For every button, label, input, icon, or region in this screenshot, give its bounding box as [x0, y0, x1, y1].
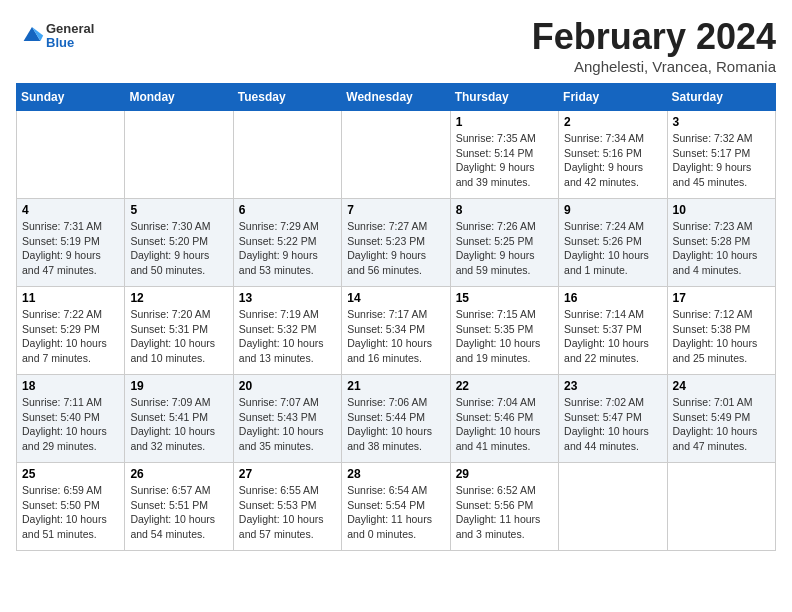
logo: General Blue	[16, 20, 94, 52]
day-number: 12	[130, 291, 227, 305]
calendar-cell: 7Sunrise: 7:27 AM Sunset: 5:23 PM Daylig…	[342, 199, 450, 287]
day-number: 23	[564, 379, 661, 393]
column-header-friday: Friday	[559, 84, 667, 111]
day-info: Sunrise: 6:57 AM Sunset: 5:51 PM Dayligh…	[130, 483, 227, 542]
column-header-wednesday: Wednesday	[342, 84, 450, 111]
day-info: Sunrise: 7:11 AM Sunset: 5:40 PM Dayligh…	[22, 395, 119, 454]
day-info: Sunrise: 7:01 AM Sunset: 5:49 PM Dayligh…	[673, 395, 770, 454]
day-number: 11	[22, 291, 119, 305]
calendar-cell: 25Sunrise: 6:59 AM Sunset: 5:50 PM Dayli…	[17, 463, 125, 551]
day-info: Sunrise: 7:23 AM Sunset: 5:28 PM Dayligh…	[673, 219, 770, 278]
day-info: Sunrise: 6:59 AM Sunset: 5:50 PM Dayligh…	[22, 483, 119, 542]
day-info: Sunrise: 7:14 AM Sunset: 5:37 PM Dayligh…	[564, 307, 661, 366]
day-info: Sunrise: 7:32 AM Sunset: 5:17 PM Dayligh…	[673, 131, 770, 190]
calendar-cell: 6Sunrise: 7:29 AM Sunset: 5:22 PM Daylig…	[233, 199, 341, 287]
calendar-header-row: SundayMondayTuesdayWednesdayThursdayFrid…	[17, 84, 776, 111]
day-number: 28	[347, 467, 444, 481]
calendar-cell: 12Sunrise: 7:20 AM Sunset: 5:31 PM Dayli…	[125, 287, 233, 375]
day-number: 8	[456, 203, 553, 217]
calendar-cell: 14Sunrise: 7:17 AM Sunset: 5:34 PM Dayli…	[342, 287, 450, 375]
day-number: 4	[22, 203, 119, 217]
calendar-cell	[667, 463, 775, 551]
day-info: Sunrise: 7:35 AM Sunset: 5:14 PM Dayligh…	[456, 131, 553, 190]
day-number: 18	[22, 379, 119, 393]
day-info: Sunrise: 6:52 AM Sunset: 5:56 PM Dayligh…	[456, 483, 553, 542]
column-header-monday: Monday	[125, 84, 233, 111]
calendar-cell: 9Sunrise: 7:24 AM Sunset: 5:26 PM Daylig…	[559, 199, 667, 287]
day-number: 10	[673, 203, 770, 217]
calendar-cell: 29Sunrise: 6:52 AM Sunset: 5:56 PM Dayli…	[450, 463, 558, 551]
calendar-cell: 18Sunrise: 7:11 AM Sunset: 5:40 PM Dayli…	[17, 375, 125, 463]
calendar-cell: 3Sunrise: 7:32 AM Sunset: 5:17 PM Daylig…	[667, 111, 775, 199]
day-info: Sunrise: 7:26 AM Sunset: 5:25 PM Dayligh…	[456, 219, 553, 278]
calendar-cell: 2Sunrise: 7:34 AM Sunset: 5:16 PM Daylig…	[559, 111, 667, 199]
calendar-cell: 5Sunrise: 7:30 AM Sunset: 5:20 PM Daylig…	[125, 199, 233, 287]
day-info: Sunrise: 7:04 AM Sunset: 5:46 PM Dayligh…	[456, 395, 553, 454]
calendar-cell: 24Sunrise: 7:01 AM Sunset: 5:49 PM Dayli…	[667, 375, 775, 463]
day-info: Sunrise: 7:20 AM Sunset: 5:31 PM Dayligh…	[130, 307, 227, 366]
calendar-cell: 27Sunrise: 6:55 AM Sunset: 5:53 PM Dayli…	[233, 463, 341, 551]
day-number: 1	[456, 115, 553, 129]
logo-icon	[18, 20, 46, 48]
calendar-body: 1Sunrise: 7:35 AM Sunset: 5:14 PM Daylig…	[17, 111, 776, 551]
calendar-cell	[559, 463, 667, 551]
day-info: Sunrise: 7:06 AM Sunset: 5:44 PM Dayligh…	[347, 395, 444, 454]
calendar-cell: 11Sunrise: 7:22 AM Sunset: 5:29 PM Dayli…	[17, 287, 125, 375]
day-info: Sunrise: 7:22 AM Sunset: 5:29 PM Dayligh…	[22, 307, 119, 366]
calendar-cell: 13Sunrise: 7:19 AM Sunset: 5:32 PM Dayli…	[233, 287, 341, 375]
calendar-cell: 19Sunrise: 7:09 AM Sunset: 5:41 PM Dayli…	[125, 375, 233, 463]
day-number: 25	[22, 467, 119, 481]
day-number: 16	[564, 291, 661, 305]
week-row-4: 18Sunrise: 7:11 AM Sunset: 5:40 PM Dayli…	[17, 375, 776, 463]
day-info: Sunrise: 6:55 AM Sunset: 5:53 PM Dayligh…	[239, 483, 336, 542]
day-info: Sunrise: 7:12 AM Sunset: 5:38 PM Dayligh…	[673, 307, 770, 366]
calendar-cell: 21Sunrise: 7:06 AM Sunset: 5:44 PM Dayli…	[342, 375, 450, 463]
day-info: Sunrise: 7:19 AM Sunset: 5:32 PM Dayligh…	[239, 307, 336, 366]
day-number: 26	[130, 467, 227, 481]
week-row-1: 1Sunrise: 7:35 AM Sunset: 5:14 PM Daylig…	[17, 111, 776, 199]
day-info: Sunrise: 7:31 AM Sunset: 5:19 PM Dayligh…	[22, 219, 119, 278]
day-number: 17	[673, 291, 770, 305]
day-number: 5	[130, 203, 227, 217]
calendar-cell	[233, 111, 341, 199]
day-number: 22	[456, 379, 553, 393]
calendar-cell	[125, 111, 233, 199]
day-info: Sunrise: 7:24 AM Sunset: 5:26 PM Dayligh…	[564, 219, 661, 278]
day-info: Sunrise: 7:09 AM Sunset: 5:41 PM Dayligh…	[130, 395, 227, 454]
day-number: 29	[456, 467, 553, 481]
calendar-cell: 15Sunrise: 7:15 AM Sunset: 5:35 PM Dayli…	[450, 287, 558, 375]
day-info: Sunrise: 7:29 AM Sunset: 5:22 PM Dayligh…	[239, 219, 336, 278]
day-info: Sunrise: 7:27 AM Sunset: 5:23 PM Dayligh…	[347, 219, 444, 278]
calendar-cell: 16Sunrise: 7:14 AM Sunset: 5:37 PM Dayli…	[559, 287, 667, 375]
column-header-tuesday: Tuesday	[233, 84, 341, 111]
calendar-cell: 17Sunrise: 7:12 AM Sunset: 5:38 PM Dayli…	[667, 287, 775, 375]
day-number: 7	[347, 203, 444, 217]
week-row-5: 25Sunrise: 6:59 AM Sunset: 5:50 PM Dayli…	[17, 463, 776, 551]
day-info: Sunrise: 7:15 AM Sunset: 5:35 PM Dayligh…	[456, 307, 553, 366]
day-number: 20	[239, 379, 336, 393]
column-header-saturday: Saturday	[667, 84, 775, 111]
day-number: 27	[239, 467, 336, 481]
day-info: Sunrise: 7:07 AM Sunset: 5:43 PM Dayligh…	[239, 395, 336, 454]
column-header-sunday: Sunday	[17, 84, 125, 111]
title-area: February 2024 Anghelesti, Vrancea, Roman…	[532, 16, 776, 75]
day-number: 6	[239, 203, 336, 217]
calendar-cell: 28Sunrise: 6:54 AM Sunset: 5:54 PM Dayli…	[342, 463, 450, 551]
calendar-cell: 20Sunrise: 7:07 AM Sunset: 5:43 PM Dayli…	[233, 375, 341, 463]
calendar-cell	[342, 111, 450, 199]
calendar-cell: 22Sunrise: 7:04 AM Sunset: 5:46 PM Dayli…	[450, 375, 558, 463]
calendar-cell: 10Sunrise: 7:23 AM Sunset: 5:28 PM Dayli…	[667, 199, 775, 287]
day-info: Sunrise: 7:30 AM Sunset: 5:20 PM Dayligh…	[130, 219, 227, 278]
day-number: 21	[347, 379, 444, 393]
logo-blue: Blue	[46, 36, 94, 50]
day-number: 24	[673, 379, 770, 393]
day-info: Sunrise: 7:34 AM Sunset: 5:16 PM Dayligh…	[564, 131, 661, 190]
day-info: Sunrise: 7:17 AM Sunset: 5:34 PM Dayligh…	[347, 307, 444, 366]
calendar-cell: 4Sunrise: 7:31 AM Sunset: 5:19 PM Daylig…	[17, 199, 125, 287]
calendar-cell: 1Sunrise: 7:35 AM Sunset: 5:14 PM Daylig…	[450, 111, 558, 199]
day-info: Sunrise: 6:54 AM Sunset: 5:54 PM Dayligh…	[347, 483, 444, 542]
page-header: General Blue February 2024 Anghelesti, V…	[16, 16, 776, 75]
calendar-cell: 23Sunrise: 7:02 AM Sunset: 5:47 PM Dayli…	[559, 375, 667, 463]
calendar-cell	[17, 111, 125, 199]
day-number: 13	[239, 291, 336, 305]
